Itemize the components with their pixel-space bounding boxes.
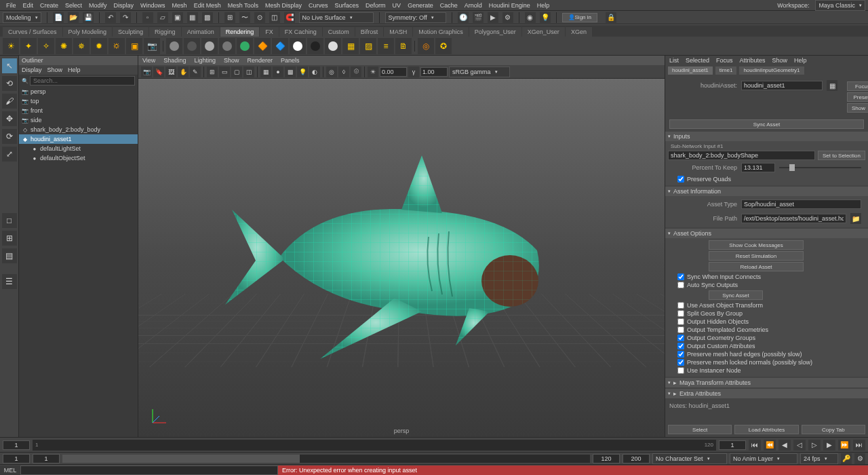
opt-checkbox[interactable] <box>677 351 684 358</box>
maya-transform-header[interactable]: ▸ Maya Transform Attributes <box>665 378 868 387</box>
outliner-item-5[interactable]: ◆houdini_asset1 <box>19 134 138 144</box>
shelf-tab-bifrost[interactable]: Bifrost <box>355 27 384 37</box>
menu-arnold[interactable]: Arnold <box>461 2 486 9</box>
snap-plane-icon[interactable]: ◫ <box>269 12 280 23</box>
shelf-sphere3-icon[interactable] <box>201 38 218 54</box>
opts-section-header[interactable]: Asset Options <box>665 229 868 238</box>
shelf-tab-rendering[interactable]: Rendering <box>220 27 260 37</box>
shelf-render-settings-icon[interactable]: ⛭ <box>108 38 125 54</box>
symmetry-dropdown[interactable]: Symmetry: Off <box>385 12 446 23</box>
outliner-item-2[interactable]: 📷front <box>19 106 138 115</box>
shelf-tab-mash[interactable]: MASH <box>384 27 412 37</box>
shelf-light-directional-icon[interactable]: ✦ <box>20 38 37 54</box>
shelf-tab-animation[interactable]: Animation <box>182 27 220 37</box>
charset-dropdown[interactable]: No Character Set <box>652 453 727 464</box>
end-frame-input[interactable] <box>719 440 746 450</box>
attr-menu-focus[interactable]: Focus <box>716 57 733 64</box>
extra-attr-header[interactable]: ▸ Extra Attributes <box>665 389 868 398</box>
menu-edit-mesh[interactable]: Edit Mesh <box>191 2 224 9</box>
snap-point-icon[interactable]: ⊙ <box>254 12 265 23</box>
menu-select[interactable]: Select <box>62 2 85 9</box>
reload-asset-button[interactable]: Reload Asset <box>709 262 804 271</box>
select-object-icon[interactable]: ▦ <box>187 12 198 23</box>
asset-node-icon[interactable]: ▦ <box>827 80 837 91</box>
select-button[interactable]: Select <box>668 425 732 434</box>
step-back-icon[interactable]: ⏪ <box>764 440 776 451</box>
shelf-layered-icon[interactable]: ≡ <box>378 38 394 54</box>
view-menu-lighting[interactable]: Lighting <box>194 57 216 64</box>
shelf-sphere1-icon[interactable] <box>166 38 182 54</box>
attr-menu-attributes[interactable]: Attributes <box>740 57 766 64</box>
outliner-menu-show[interactable]: Show <box>47 66 63 73</box>
opt-checkbox[interactable] <box>677 273 684 280</box>
focus-button[interactable]: Focus <box>847 81 868 91</box>
shelf-light-volume-icon[interactable]: ✵ <box>73 38 90 54</box>
rotate-tool-icon[interactable]: ⟳ <box>2 129 17 144</box>
shelf-hypershade-icon[interactable]: ◎ <box>418 38 434 54</box>
next-key-icon[interactable]: ▶ <box>823 440 835 451</box>
select-tool-icon[interactable]: ↖ <box>2 58 17 73</box>
shelf-batch-render-icon[interactable]: 🔷 <box>272 38 288 54</box>
save-scene-icon[interactable]: 💾 <box>83 12 94 23</box>
view-menu-panels[interactable]: Panels <box>281 57 300 64</box>
opt-checkbox[interactable] <box>677 318 684 325</box>
open-scene-icon[interactable]: 📂 <box>68 12 79 23</box>
menu-houdini[interactable]: Houdini Engine <box>486 2 534 9</box>
menu-deform[interactable]: Deform <box>362 2 389 9</box>
houdini-asset-input[interactable] <box>741 81 823 90</box>
prev-key-icon[interactable]: ◀ <box>778 440 791 451</box>
view-menu-show[interactable]: Show <box>224 57 239 64</box>
step-forward-icon[interactable]: ⏩ <box>838 440 850 451</box>
construction-history-icon[interactable]: 🕐 <box>458 12 469 23</box>
select-uv-icon[interactable]: ▩ <box>202 12 213 23</box>
animlayer-dropdown[interactable]: No Anim Layer <box>730 453 797 464</box>
range-slider[interactable] <box>62 455 590 463</box>
gate-mask-icon[interactable]: ◫ <box>243 66 254 77</box>
menu-mesh-display[interactable]: Mesh Display <box>262 2 305 9</box>
menu-file[interactable]: File <box>3 2 20 9</box>
menu-uv[interactable]: UV <box>389 2 405 9</box>
outliner-item-0[interactable]: 📷persp <box>19 87 138 96</box>
textured-icon[interactable]: ▩ <box>285 66 296 77</box>
goto-end-icon[interactable]: ⏭ <box>853 440 865 451</box>
shelf-tab-poly[interactable]: Poly Modeling <box>63 27 113 37</box>
outliner-menu-help[interactable]: Help <box>68 66 81 73</box>
opt-checkbox[interactable] <box>677 367 684 374</box>
shelf-sphere5-icon[interactable] <box>237 38 253 54</box>
paint-select-tool-icon[interactable]: 🖌 <box>2 94 17 109</box>
prefs-icon[interactable]: ⚙ <box>854 453 865 464</box>
shelf-light-area-icon[interactable]: ✺ <box>56 38 72 54</box>
outliner-menu-display[interactable]: Display <box>22 66 42 73</box>
shelf-light-spot-icon[interactable]: ☀ <box>3 38 19 54</box>
assetinfo-section-header[interactable]: Asset Information <box>665 187 868 196</box>
menu-generate[interactable]: Generate <box>404 2 437 9</box>
shelf-tab-xgen[interactable]: XGen <box>566 27 592 37</box>
shelf-tab-sculpt[interactable]: Sculpting <box>113 27 149 37</box>
four-pane-icon[interactable]: ⊞ <box>2 231 17 246</box>
move-tool-icon[interactable]: ✥ <box>2 111 17 126</box>
play-forward-icon[interactable]: ▷ <box>808 440 821 451</box>
current-frame-input[interactable] <box>3 440 30 450</box>
shadows-icon[interactable]: ◐ <box>309 66 320 77</box>
fps-dropdown[interactable]: 24 fps <box>800 453 838 464</box>
single-pane-icon[interactable]: □ <box>2 213 17 228</box>
mode-dropdown[interactable]: Modeling <box>3 12 41 23</box>
snap-live-icon[interactable]: 🧲 <box>284 12 295 23</box>
autokey-icon[interactable]: 🔑 <box>841 453 852 464</box>
opt-checkbox[interactable] <box>677 343 684 349</box>
gamma-input[interactable] <box>420 67 448 77</box>
lock-icon[interactable]: 🔒 <box>606 12 616 23</box>
smooth-shade-icon[interactable]: ● <box>273 66 283 77</box>
outliner-item-6[interactable]: ●defaultLightSet <box>19 144 138 153</box>
menu-curves[interactable]: Curves <box>305 2 332 9</box>
shelf-file-icon[interactable]: 🗎 <box>395 38 412 54</box>
grid-toggle-icon[interactable]: ⊞ <box>207 66 218 77</box>
shelf-light-point-icon[interactable]: ✧ <box>38 38 54 54</box>
workspace-dropdown[interactable]: Maya Classic <box>815 0 865 11</box>
select-edge-icon[interactable]: ▱ <box>157 12 168 23</box>
folder-icon[interactable]: 📁 <box>850 213 861 224</box>
snap-curve-icon[interactable]: 〜 <box>239 12 250 23</box>
opt-checkbox[interactable] <box>677 359 684 366</box>
shelf-sphere-white-icon[interactable] <box>290 38 306 54</box>
shelf-texture-icon[interactable]: ▦ <box>342 38 359 54</box>
